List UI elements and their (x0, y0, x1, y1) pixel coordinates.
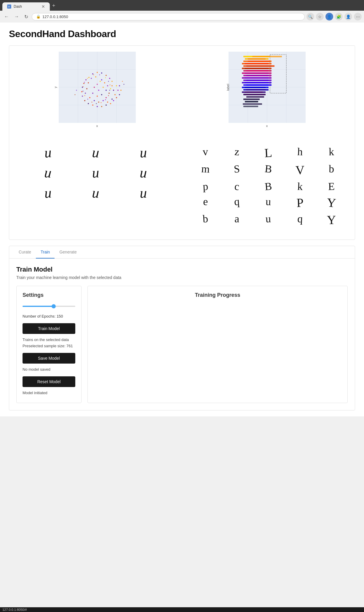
settings-title: Settings (23, 292, 75, 298)
model-initiated-text: Model initiated (23, 391, 75, 395)
svg-point-73 (108, 95, 109, 96)
train-two-col: Settings Number of Epochs: 150 Train Mod… (16, 286, 348, 403)
scatter-plot-svg[interactable] (59, 52, 136, 123)
menu-icon[interactable]: ⋯ (354, 13, 362, 20)
user-avatar[interactable]: 👤 (344, 13, 352, 20)
svg-rect-117 (246, 84, 269, 86)
svg-point-25 (107, 85, 108, 86)
no-model-saved-text: No model saved (23, 367, 75, 372)
hw-char-8: u (74, 185, 117, 201)
svg-rect-103 (245, 68, 269, 69)
browser-navigation: ← → ↻ 🔒 127.0.0.1:8050 🔍 ☆ 👤 🧩 👤 ⋯ (0, 11, 364, 23)
svg-rect-111 (245, 77, 269, 79)
svg-point-13 (104, 82, 105, 83)
tab-favicon: D (7, 4, 11, 9)
svg-point-55 (85, 79, 87, 80)
reload-button[interactable]: ↻ (23, 13, 30, 21)
svg-rect-95 (248, 58, 266, 60)
hw-char-7: u (26, 184, 69, 202)
active-tab[interactable]: D Dash ✕ (2, 2, 50, 11)
tab-curate[interactable]: Curate (14, 246, 36, 259)
svg-point-18 (88, 82, 89, 83)
hw-mixed-10: b (317, 163, 346, 178)
browser-tab-bar: D Dash ✕ + (0, 0, 364, 11)
svg-point-12 (101, 79, 102, 80)
hw-mixed-16: e (191, 194, 221, 211)
profile-sync-icon[interactable]: 👤 (325, 13, 333, 20)
hw-char-9: u (122, 185, 165, 200)
svg-point-66 (76, 90, 77, 91)
svg-point-64 (122, 81, 123, 82)
bar-chart-container: label (185, 52, 349, 128)
svg-point-81 (82, 86, 83, 87)
tab-bar: Curate Train Generate (9, 246, 355, 259)
bookmark-icon[interactable]: ☆ (316, 13, 324, 20)
settings-panel: Settings Number of Epochs: 150 Train Mod… (16, 286, 82, 403)
tab-train[interactable]: Train (36, 246, 55, 259)
url-text: 127.0.0.1:8050 (42, 15, 68, 19)
svg-point-40 (120, 90, 122, 91)
hw-mixed-9: V (285, 162, 315, 178)
svg-point-37 (117, 90, 119, 91)
hw-mixed-5: k (317, 145, 346, 161)
svg-point-27 (113, 90, 114, 91)
svg-point-47 (97, 106, 98, 107)
svg-rect-90 (270, 55, 286, 93)
hw-mixed-22: a (222, 213, 252, 228)
browser-toolbar-icons: 🔍 ☆ 👤 🧩 👤 ⋯ (306, 13, 362, 20)
train-model-button[interactable]: Train Model (23, 323, 75, 334)
svg-point-54 (83, 83, 84, 84)
scatter-chart-wrapper: y (59, 52, 136, 123)
svg-point-60 (106, 75, 107, 76)
reset-section: Reset Model Model initiated (23, 376, 75, 395)
training-progress-title: Training Progress (94, 292, 341, 298)
extensions-icon[interactable]: 🧩 (335, 13, 343, 20)
svg-point-59 (101, 72, 102, 74)
reset-model-button[interactable]: Reset Model (23, 376, 75, 387)
svg-point-74 (105, 99, 106, 100)
tab-close-button[interactable]: ✕ (41, 4, 45, 9)
new-tab-button[interactable]: + (50, 1, 58, 11)
bar-x-axis-label: x (266, 124, 268, 128)
svg-point-39 (119, 85, 120, 86)
svg-point-49 (88, 103, 89, 104)
bar-chart-svg[interactable] (229, 52, 306, 123)
hw-mixed-11: p (191, 179, 220, 194)
back-button[interactable]: ← (2, 13, 11, 20)
scatter-x-axis-label: x (96, 124, 98, 128)
tab-generate[interactable]: Generate (55, 246, 81, 259)
svg-point-24 (110, 88, 111, 89)
hw-char-5: u (74, 164, 117, 181)
svg-rect-123 (245, 91, 263, 93)
forward-button[interactable]: → (12, 13, 21, 20)
svg-point-68 (99, 74, 100, 75)
address-bar[interactable]: 🔒 127.0.0.1:8050 (32, 13, 305, 20)
svg-point-70 (108, 81, 109, 82)
svg-rect-107 (245, 72, 269, 74)
svg-point-8 (91, 78, 92, 79)
hw-mixed-25: Y (317, 213, 346, 228)
epochs-label: Number of Epochs: 150 (23, 314, 75, 318)
svg-point-44 (110, 103, 111, 104)
svg-point-23 (108, 93, 110, 94)
hw-mixed-13: B (253, 179, 284, 194)
svg-rect-97 (248, 61, 270, 62)
hw-char-3: u (122, 145, 165, 161)
svg-point-41 (119, 94, 120, 95)
train-model-subtitle: Train your machine learning model with t… (16, 275, 348, 280)
epochs-slider[interactable] (23, 306, 75, 307)
svg-point-14 (94, 87, 95, 88)
hw-mixed-8: B (253, 161, 284, 179)
svg-point-61 (109, 78, 110, 79)
hw-mixed-2: z (222, 144, 252, 162)
svg-point-34 (107, 102, 108, 103)
save-model-button[interactable]: Save Model (23, 353, 75, 364)
search-icon[interactable]: 🔍 (306, 13, 314, 20)
svg-rect-93 (252, 56, 282, 57)
svg-point-15 (98, 90, 99, 91)
hw-mixed-12: c (222, 179, 252, 194)
svg-point-11 (97, 84, 98, 85)
svg-point-21 (101, 94, 102, 95)
right-samples: v z L h k m S B V b p c B k E e q (188, 139, 349, 234)
train-tab-content: Train Model Train your machine learning … (9, 259, 355, 410)
